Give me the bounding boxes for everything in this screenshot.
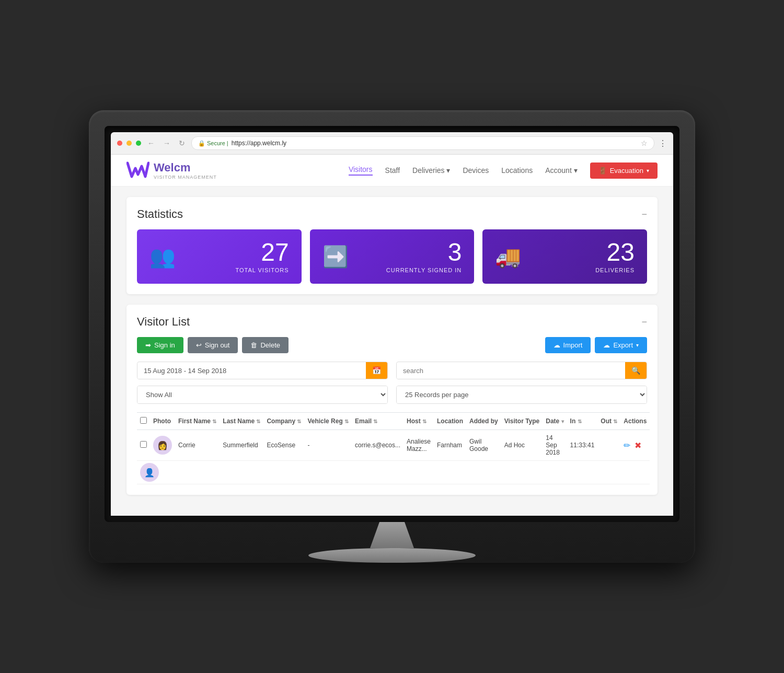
col-date[interactable]: Date ▾ bbox=[543, 413, 567, 430]
browser-minimize-btn[interactable] bbox=[126, 141, 132, 146]
logo: Welcm Visitor Management bbox=[126, 161, 217, 180]
table-body: 👩 Corrie Summerfield EcoSense - corrie.s… bbox=[137, 430, 650, 484]
filters-row-2: Show All 25 Records per page bbox=[137, 386, 647, 404]
address-bar[interactable]: 🔒 Secure | https://app.welcm.ly ☆ bbox=[191, 136, 654, 150]
export-dropdown-arrow: ▾ bbox=[636, 342, 639, 348]
show-all-select[interactable]: Show All bbox=[137, 386, 387, 403]
nav-locations[interactable]: Locations bbox=[501, 166, 533, 175]
sign-in-icon: ➡ bbox=[145, 341, 151, 349]
col-last-name[interactable]: Last Name ⇅ bbox=[220, 413, 263, 430]
stats-grid: 👥 27 TOTAL VISITORS ➡️ 3 CURRENTLY SIGNE… bbox=[137, 229, 647, 284]
visitors-icon: 👥 bbox=[149, 245, 176, 269]
visitor-list-minimize-button[interactable]: − bbox=[641, 317, 647, 328]
evacuation-button[interactable]: 🚪 Evacuation ▾ bbox=[590, 163, 658, 179]
delete-button[interactable]: 🗑 Delete bbox=[242, 337, 289, 353]
browser-chrome: ← → ↻ 🔒 Secure | https://app.welcm.ly ☆ … bbox=[111, 132, 673, 155]
delete-action-icon[interactable]: ✖ bbox=[635, 441, 641, 450]
signed-in-info: 3 CURRENTLY SIGNED IN bbox=[386, 240, 462, 273]
visitors-label: TOTAL VISITORS bbox=[235, 267, 289, 273]
row-actions-cell: ✏ ✖ bbox=[620, 430, 650, 461]
browser-maximize-btn[interactable] bbox=[136, 141, 141, 146]
select-all-checkbox[interactable] bbox=[140, 417, 147, 424]
browser-menu-icon[interactable]: ⋮ bbox=[659, 138, 667, 148]
deliveries-number: 23 bbox=[595, 240, 635, 265]
row-vehicle-reg: - bbox=[304, 430, 352, 461]
row-date: 14 Sep 2018 bbox=[543, 430, 567, 461]
signed-in-card: ➡️ 3 CURRENTLY SIGNED IN bbox=[310, 229, 475, 284]
col-vehicle-reg[interactable]: Vehicle Reg ⇅ bbox=[304, 413, 352, 430]
table-header: Photo First Name ⇅ Last Name ⇅ Company ⇅… bbox=[137, 413, 650, 430]
logo-subtitle: Visitor Management bbox=[154, 175, 217, 180]
nav-devices[interactable]: Devices bbox=[463, 166, 489, 175]
calendar-icon-button[interactable]: 📅 bbox=[366, 362, 387, 379]
signed-in-label: CURRENTLY SIGNED IN bbox=[386, 267, 462, 273]
sign-out-button[interactable]: ↩ Sign out bbox=[188, 337, 238, 353]
stand-neck bbox=[361, 522, 423, 548]
url-text: https://app.welcm.ly bbox=[232, 140, 286, 147]
row-host: Analiese Mazz... bbox=[403, 430, 434, 461]
edit-action-icon[interactable]: ✏ bbox=[624, 441, 630, 450]
row-visitor-type: Ad Hoc bbox=[501, 430, 543, 461]
statistics-title: Statistics bbox=[137, 207, 183, 221]
nav-staff[interactable]: Staff bbox=[385, 166, 400, 175]
search-input-wrap: 🔍 bbox=[396, 362, 647, 379]
export-button[interactable]: ☁ Export ▾ bbox=[595, 337, 647, 353]
col-actions: Actions bbox=[620, 413, 650, 430]
nav-account[interactable]: Account ▾ bbox=[545, 166, 577, 175]
nav-deliveries[interactable]: Deliveries ▾ bbox=[412, 166, 450, 175]
import-icon: ☁ bbox=[554, 341, 560, 349]
row-email: corrie.s@ecos... bbox=[352, 430, 403, 461]
col-location: Location bbox=[434, 413, 466, 430]
secure-badge: 🔒 Secure | bbox=[198, 140, 228, 147]
row-in: 11:33:41 bbox=[567, 430, 598, 461]
deliveries-icon: 🚚 bbox=[495, 245, 521, 269]
statistics-minimize-button[interactable]: − bbox=[641, 209, 647, 220]
evacuation-icon: 🚪 bbox=[598, 167, 607, 175]
col-company[interactable]: Company ⇅ bbox=[263, 413, 304, 430]
visitor-table: Photo First Name ⇅ Last Name ⇅ Company ⇅… bbox=[137, 412, 650, 484]
visitors-info: 27 TOTAL VISITORS bbox=[235, 240, 289, 273]
main-content: Statistics − 👥 27 TOTAL VISITORS ➡️ bbox=[111, 187, 673, 516]
refresh-icon[interactable]: ↻ bbox=[177, 138, 187, 148]
table-row-2: 👤 bbox=[137, 461, 650, 484]
row-photo-cell: 👩 bbox=[150, 430, 175, 461]
row-checkbox[interactable] bbox=[140, 441, 147, 448]
search-input[interactable] bbox=[397, 363, 625, 379]
back-arrow[interactable]: ← bbox=[145, 138, 157, 148]
col-first-name[interactable]: First Name ⇅ bbox=[175, 413, 220, 430]
import-button[interactable]: ☁ Import bbox=[545, 337, 591, 353]
delete-icon: 🗑 bbox=[250, 341, 257, 349]
avatar: 👩 bbox=[153, 436, 172, 455]
row-first-name: Corrie bbox=[175, 430, 220, 461]
visitor-list-title: Visitor List bbox=[137, 315, 190, 329]
col-in[interactable]: In ⇅ bbox=[567, 413, 598, 430]
browser-content: Welcm Visitor Management Visitors Staff … bbox=[111, 155, 673, 516]
row-company: EcoSense bbox=[263, 430, 304, 461]
visitors-number: 27 bbox=[235, 240, 289, 265]
sign-in-button[interactable]: ➡ Sign in bbox=[137, 337, 183, 353]
browser-close-btn[interactable] bbox=[117, 141, 122, 146]
col-out[interactable]: Out ⇅ bbox=[597, 413, 620, 430]
bookmark-icon[interactable]: ☆ bbox=[641, 139, 648, 147]
date-range-input-wrap: 📅 bbox=[137, 362, 388, 379]
statistics-card: Statistics − 👥 27 TOTAL VISITORS ➡️ bbox=[126, 197, 658, 294]
row-last-name: Summerfield bbox=[220, 430, 263, 461]
col-host[interactable]: Host ⇅ bbox=[403, 413, 434, 430]
search-button[interactable]: 🔍 bbox=[625, 362, 647, 379]
deliveries-info: 23 DELIVERIES bbox=[595, 240, 635, 273]
stand-base bbox=[308, 548, 476, 563]
statistics-card-header: Statistics − bbox=[137, 207, 647, 221]
col-checkbox bbox=[137, 413, 150, 430]
logo-icon bbox=[126, 161, 149, 180]
records-per-page-select[interactable]: 25 Records per page bbox=[397, 386, 647, 403]
signed-in-number: 3 bbox=[386, 240, 462, 265]
total-visitors-card: 👥 27 TOTAL VISITORS bbox=[137, 229, 302, 284]
row-checkbox-cell bbox=[137, 430, 150, 461]
nav-visitors[interactable]: Visitors bbox=[349, 165, 373, 176]
date-range-input[interactable] bbox=[137, 363, 366, 379]
forward-arrow[interactable]: → bbox=[161, 138, 172, 148]
col-email[interactable]: Email ⇅ bbox=[352, 413, 403, 430]
avatar-2: 👤 bbox=[140, 463, 159, 482]
filters-row-1: 📅 🔍 bbox=[137, 362, 647, 379]
deliveries-label: DELIVERIES bbox=[595, 267, 635, 273]
